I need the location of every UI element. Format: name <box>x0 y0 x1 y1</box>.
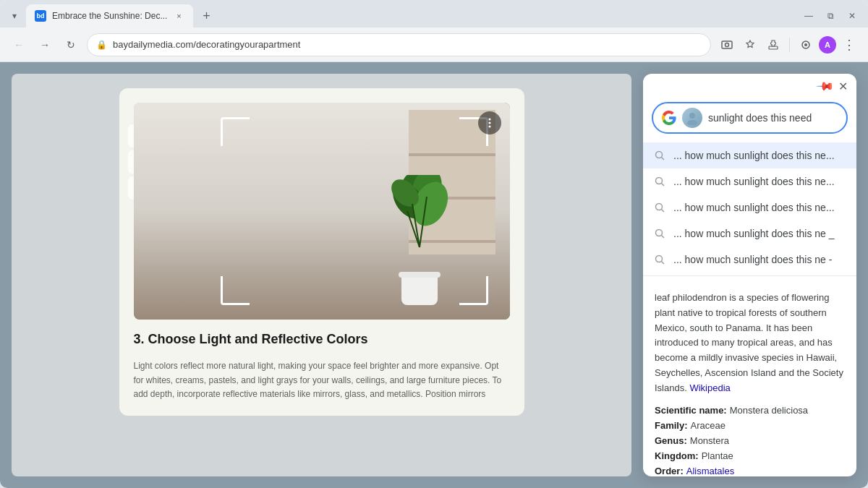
browser-window: ▾ bd Embrace the Sunshine: Dec... × + — … <box>0 0 868 488</box>
maximize-btn[interactable]: ⧉ <box>820 6 841 26</box>
panel-divider <box>643 275 856 276</box>
svg-point-23 <box>656 204 663 210</box>
family-label: Family: <box>655 420 688 431</box>
screenshot-icon[interactable] <box>717 35 737 55</box>
suggestion-item-1[interactable]: ... how much sunlight does this ne... <box>643 142 856 168</box>
article-body: Light colors reflect more natural light,… <box>134 359 510 401</box>
more-options-btn[interactable] <box>478 111 501 134</box>
extensions-icon[interactable] <box>763 35 783 55</box>
address-bar-row: ← → ↻ 🔒 baydailymedia.com/decoratingyour… <box>0 27 868 62</box>
tab-dropdown-btn[interactable]: ▾ <box>6 7 23 25</box>
family-row: Family: Araceae <box>655 420 845 431</box>
svg-line-28 <box>662 262 665 265</box>
suggestion-text-4: ... how much sunlight does this ne _ <box>673 228 835 239</box>
suggestion-item-5[interactable]: ... how much sunlight does this ne - <box>643 247 856 273</box>
svg-point-27 <box>656 256 663 262</box>
webpage-area: 3. Choose Light and Reflective Colors Li… <box>12 74 631 476</box>
menu-icon[interactable]: ⋮ <box>839 35 859 55</box>
svg-point-21 <box>656 178 663 184</box>
suggestions-list: ... how much sunlight does this ne... ..… <box>643 142 856 273</box>
search-suggestion-icon-3 <box>655 202 665 213</box>
forward-btn[interactable]: → <box>35 35 55 55</box>
search-suggestion-icon-4 <box>655 228 665 239</box>
wikipedia-link[interactable]: Wikipedia <box>689 382 730 393</box>
plant-description: leaf philodendron is a species of flower… <box>655 291 845 396</box>
address-bar[interactable]: 🔒 baydailymedia.com/decoratingyourapartm… <box>87 33 711 56</box>
svg-line-22 <box>662 184 665 187</box>
profile-avatar[interactable]: A <box>819 36 836 53</box>
content-area: 3. Choose Light and Reflective Colors Li… <box>0 62 868 488</box>
scan-corner-tl <box>221 117 250 146</box>
search-suggestion-icon-5 <box>655 254 665 265</box>
search-suggestion-icon-2 <box>655 176 665 187</box>
window-controls: — ⧉ ✕ <box>799 6 862 26</box>
suggestion-text-1: ... how much sunlight does this ne... <box>673 150 835 161</box>
scan-corner-br <box>459 276 488 305</box>
article-image <box>134 103 510 320</box>
minimize-btn[interactable]: — <box>799 6 819 26</box>
plant-decoration <box>387 175 452 305</box>
plant-info-section: leaf philodendron is a species of flower… <box>643 279 856 476</box>
scientific-name-row: Scientific name: Monstera deliciosa <box>655 405 845 416</box>
lens-panel: 📌 ✕ sunlight does this <box>643 74 856 476</box>
svg-point-1 <box>726 43 729 46</box>
svg-line-24 <box>662 210 665 213</box>
svg-point-25 <box>656 230 663 236</box>
svg-line-20 <box>662 158 665 160</box>
genus-value: Monstera <box>690 435 729 446</box>
article-card: 3. Choose Light and Reflective Colors Li… <box>119 88 524 416</box>
active-tab[interactable]: bd Embrace the Sunshine: Dec... × <box>26 4 193 27</box>
lens-search-input[interactable]: sunlight does this need <box>708 112 838 124</box>
order-label: Order: <box>655 466 684 476</box>
suggestion-item-3[interactable]: ... how much sunlight does this ne... <box>643 194 856 221</box>
svg-line-26 <box>662 236 665 239</box>
scientific-name-label: Scientific name: <box>655 405 727 416</box>
suggestion-item-4[interactable]: ... how much sunlight does this ne _ <box>643 221 856 247</box>
search-user-avatar <box>682 108 702 128</box>
pot-decoration <box>401 276 438 305</box>
svg-point-18 <box>687 120 697 125</box>
lens-sidebar-icon[interactable] <box>796 35 816 55</box>
star-icon[interactable] <box>740 35 760 55</box>
lens-search-box[interactable]: sunlight does this need <box>652 102 848 134</box>
kingdom-row: Kingdom: Plantae <box>655 450 845 461</box>
family-value: Araceae <box>691 420 726 431</box>
genus-label: Genus: <box>655 435 687 446</box>
lock-icon: 🔒 <box>96 40 107 50</box>
google-logo-icon <box>662 111 676 125</box>
svg-point-14 <box>488 119 490 121</box>
kingdom-label: Kingdom: <box>655 450 699 461</box>
suggestion-item-2[interactable]: ... how much sunlight does this ne... <box>643 168 856 194</box>
lens-close-btn[interactable]: ✕ <box>838 80 848 93</box>
svg-point-16 <box>488 126 490 128</box>
svg-point-19 <box>656 152 663 158</box>
pin-icon[interactable]: 📌 <box>815 77 835 97</box>
lens-header: 📌 ✕ <box>643 74 856 99</box>
url-text: baydailymedia.com/decoratingyourapartmen… <box>113 39 702 50</box>
scientific-name-value: Monstera deliciosa <box>730 405 808 416</box>
toolbar-icons: A ⋮ <box>717 35 859 55</box>
svg-point-4 <box>804 43 807 46</box>
kingdom-value: Plantae <box>702 450 733 461</box>
suggestion-text-2: ... how much sunlight does this ne... <box>673 176 835 187</box>
order-link[interactable]: Alismatales <box>686 466 734 476</box>
back-btn[interactable]: ← <box>9 35 29 55</box>
article-heading: 3. Choose Light and Reflective Colors <box>134 331 510 348</box>
svg-rect-2 <box>769 46 778 49</box>
suggestion-text-3: ... how much sunlight does this ne... <box>673 202 835 213</box>
order-row: Order: Alismatales <box>655 466 845 476</box>
close-btn[interactable]: ✕ <box>842 6 862 26</box>
suggestion-text-5: ... how much sunlight does this ne - <box>673 254 832 265</box>
svg-point-15 <box>488 122 490 124</box>
search-suggestion-icon-1 <box>655 150 665 160</box>
svg-point-17 <box>689 113 695 119</box>
genus-row: Genus: Monstera <box>655 435 845 446</box>
tab-title: Embrace the Sunshine: Dec... <box>52 11 167 21</box>
tab-bar: ▾ bd Embrace the Sunshine: Dec... × + — … <box>0 0 868 27</box>
scan-corner-bl <box>221 276 250 305</box>
tab-favicon: bd <box>35 10 46 22</box>
svg-rect-0 <box>722 41 732 48</box>
reload-btn[interactable]: ↻ <box>61 35 81 55</box>
new-tab-btn[interactable]: + <box>196 6 216 26</box>
tab-close-btn[interactable]: × <box>173 10 184 22</box>
